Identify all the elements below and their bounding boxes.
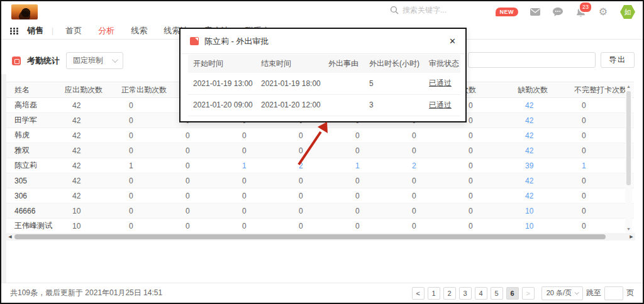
page-button-6[interactable]: 6 [506,287,519,300]
nav-item-2[interactable]: 线索 [131,25,147,36]
page-button-2[interactable]: 2 [443,287,456,300]
cell-link[interactable]: 42 [513,173,569,188]
table-cell: 1 [116,158,173,173]
shift-type-select[interactable]: 固定班制 [66,52,123,69]
cell-link[interactable]: 42 [513,98,569,113]
name-cell: 雅双 [6,143,60,158]
cell-link[interactable]: 1 [569,158,634,173]
chevron-down-icon [575,290,579,295]
modal-cell: 5 [364,73,424,94]
page-size-select[interactable]: 20 条/页 [541,286,583,300]
table-cell: 0 [399,204,456,219]
cell-link[interactable]: 42 [513,188,569,204]
scroll-down-icon[interactable]: ▼ [625,225,632,232]
cell-link[interactable]: 42 [513,128,569,143]
table-cell: 0 [343,173,399,188]
modal-cell [323,94,364,116]
table-cell: 0 [569,143,634,158]
scroll-right-icon[interactable]: ▶ [628,233,635,241]
page-title: 考勤统计 [27,55,60,67]
table-cell: 0 [569,173,634,188]
cell-link[interactable]: 42 [513,113,569,128]
column-header-2: 正常出勤次数 [116,82,173,98]
mail-icon[interactable] [530,6,541,18]
modal-table-row: 2021-01-19 13:002021-01-19 18:005已通过 [188,73,460,94]
logo-image[interactable] [11,4,38,19]
column-header-9: 缺勤次数 [513,82,569,98]
table-cell: 0 [456,204,513,219]
approval-status-link[interactable]: 已通过 [424,73,460,94]
scroll-up-icon[interactable]: ▲ [625,83,632,90]
table-cell: 42 [60,98,116,113]
apps-grid-icon[interactable] [10,28,19,35]
table-cell: 0 [343,204,399,219]
table-cell: 0 [173,188,230,204]
table-cell: 0 [569,204,634,219]
attendance-module-icon [12,57,21,65]
cell-link[interactable]: 39 [513,158,569,173]
modal-cell: 3 [364,94,424,116]
page-button-4[interactable]: 4 [475,287,487,300]
page-button-3[interactable]: 3 [459,287,472,300]
avatar[interactable]: 如 [620,4,635,19]
approval-status-link[interactable]: 已通过 [424,94,460,116]
next-page-button[interactable]: > [522,287,535,300]
table-cell: 0 [343,143,399,158]
table-cell: 0 [116,113,173,128]
export-button[interactable]: 导出 [601,52,635,68]
modal-body: 开始时间结束时间外出事由外出时长(小时)审批状态 2021-01-19 13:0… [180,54,465,116]
cell-link[interactable]: 10 [513,219,569,234]
name-cell: 305 [6,173,60,188]
table-cell: 42 [60,113,116,128]
top-bar: NEW 23 ⚙ 如 [1,1,643,23]
pagination: < 123456 > 20 条/页 跳至 页 [412,286,634,300]
table-cell: 0 [399,128,456,143]
jump-page-input[interactable] [604,286,623,300]
chat-icon[interactable] [552,6,564,18]
jump-to-label: 跳至 [586,288,601,298]
filter-input[interactable] [468,52,596,68]
table-cell: 0 [456,143,513,158]
table-cell: 0 [173,219,230,234]
cell-link[interactable]: 2 [286,158,343,173]
table-cell: 0 [173,204,230,219]
vscroll-thumb[interactable] [626,91,631,185]
bell-icon[interactable]: 23 [575,6,586,18]
table-cell: 0 [569,219,634,234]
modal-column-header-2: 外出事由 [323,55,364,73]
close-icon[interactable]: ✕ [449,37,456,45]
toolbar-right: 导出 [468,52,635,68]
nav-item-0[interactable]: 首页 [65,25,82,36]
hscroll-thumb[interactable] [14,234,606,239]
prev-page-button[interactable]: < [412,287,425,300]
cell-link[interactable]: 2 [399,158,456,173]
nav-item-1[interactable]: 分析 [98,25,114,36]
table-cell: 0 [286,143,343,158]
gear-icon[interactable]: ⚙ [597,6,609,18]
scroll-left-icon[interactable]: ◀ [6,233,14,241]
cell-link[interactable]: 42 [513,143,569,158]
app-window: NEW 23 ⚙ 如 [0,0,644,304]
vertical-scrollbar[interactable]: ▲ ▼ [625,83,632,232]
name-cell: 306 [6,188,60,204]
horizontal-scrollbar[interactable]: ◀ ▶ [6,233,635,241]
table-cell: 42 [60,158,116,173]
table-cell: 0 [116,98,173,113]
cell-link[interactable]: 10 [513,204,569,219]
page-button-5[interactable]: 5 [491,287,503,300]
cell-link[interactable]: 1 [343,158,399,173]
table-row: 雅双420000000420 [6,143,634,158]
table-cell: 0 [173,158,230,173]
search-input[interactable] [402,6,484,14]
record-summary: 共109条，最后更新于 2021年01月25日 14:51 [10,288,162,298]
toolbar-left: 考勤统计 固定班制 [12,52,123,69]
modal-cell: 2021-01-19 13:00 [188,73,256,94]
cell-link[interactable]: 1 [230,158,286,173]
table-cell: 42 [60,128,116,143]
table-cell: 0 [456,188,513,204]
table-cell: 0 [173,128,230,143]
table-cell: 0 [399,143,456,158]
name-cell: 陈立莉 [6,158,60,173]
table-cell: 0 [116,219,173,234]
page-button-1[interactable]: 1 [428,287,440,300]
